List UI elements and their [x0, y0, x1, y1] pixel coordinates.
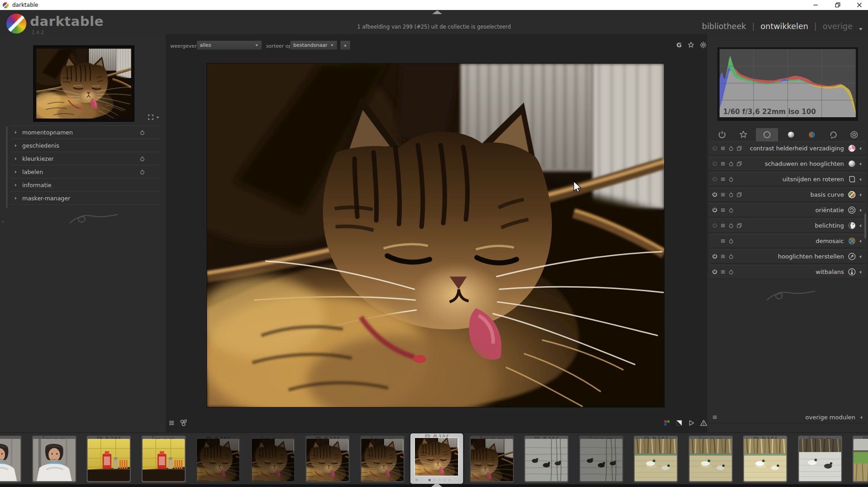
- module-reset-icon[interactable]: [728, 161, 734, 167]
- reset-icon[interactable]: [139, 156, 145, 162]
- module-group-button[interactable]: [846, 129, 863, 141]
- overexposed-warning-icon[interactable]: [700, 419, 707, 427]
- module-group-button[interactable]: [756, 128, 778, 141]
- module-expand-icon[interactable]: [858, 193, 863, 197]
- expander-icon[interactable]: [14, 196, 18, 200]
- minimize-button[interactable]: [809, 0, 823, 10]
- module-reset-icon[interactable]: [728, 269, 734, 275]
- module-power-icon[interactable]: [712, 269, 718, 275]
- left-panel-section[interactable]: informatie: [10, 178, 160, 191]
- module-label[interactable]: belichting: [745, 222, 846, 229]
- module-label[interactable]: oriëntatie: [736, 207, 846, 214]
- left-panel-section[interactable]: kleurkiezer: [10, 152, 160, 165]
- module-row[interactable]: witbalans: [709, 265, 866, 279]
- module-row[interactable]: oriëntatie: [709, 203, 866, 217]
- module-label[interactable]: witbalans: [736, 268, 846, 275]
- filmstrip-thumbnail[interactable]: jpeg: [360, 436, 404, 482]
- module-label[interactable]: hooglichten herstellen: [736, 253, 846, 260]
- module-power-icon[interactable]: [712, 207, 718, 213]
- view-tab[interactable]: ontwikkelen: [760, 22, 808, 31]
- left-panel-section[interactable]: momentopnamen: [10, 125, 160, 139]
- filmstrip-thumbnail[interactable]: RAW: [87, 436, 131, 482]
- module-reset-icon[interactable]: [728, 176, 734, 182]
- filmstrip-thumbnail[interactable]: jpeg: [32, 436, 76, 482]
- filmstrip-thumbnail[interactable]: jpeg: [579, 436, 623, 482]
- module-row[interactable]: hooglichten herstellen: [709, 249, 866, 263]
- styles-icon[interactable]: [179, 418, 188, 427]
- module-presets-icon[interactable]: [720, 161, 726, 167]
- view-tab[interactable]: |: [814, 22, 817, 31]
- filmstrip-thumbnail[interactable]: jpeg: [470, 436, 514, 482]
- more-modules-label[interactable]: overige modulen: [805, 414, 855, 421]
- main-image[interactable]: [207, 63, 665, 407]
- module-label[interactable]: contrast helderheid verzadiging: [745, 145, 846, 152]
- module-instances-icon[interactable]: [736, 161, 742, 167]
- star-rating[interactable]: ★☆☆☆☆: [421, 477, 459, 482]
- module-presets-icon[interactable]: [720, 223, 726, 229]
- module-reset-icon[interactable]: [728, 253, 734, 259]
- module-instances-icon[interactable]: [736, 192, 742, 198]
- reset-icon[interactable]: [139, 169, 145, 175]
- module-reset-icon[interactable]: [728, 207, 734, 213]
- filmstrip-thumbnail[interactable]: RAW: [524, 436, 568, 482]
- module-expand-icon[interactable]: [858, 162, 863, 166]
- overlays-star-icon[interactable]: [687, 41, 695, 49]
- left-panel-scrollbar[interactable]: [6, 126, 8, 208]
- filmstrip-thumbnail[interactable]: RAW: [743, 436, 787, 482]
- module-label[interactable]: schaduwen en hooglichten: [745, 160, 846, 167]
- module-expand-icon[interactable]: [858, 270, 863, 274]
- more-modules-expand-icon[interactable]: [859, 415, 863, 420]
- expander-icon[interactable]: [14, 183, 18, 187]
- expander-icon[interactable]: [14, 144, 18, 148]
- module-label[interactable]: uitsnijden en roteren: [736, 176, 846, 183]
- filmstrip-thumbnail[interactable]: [0, 436, 21, 482]
- softproofing-icon[interactable]: [688, 419, 695, 427]
- module-row[interactable]: schaduwen en hooglichten: [709, 157, 866, 171]
- module-expand-icon[interactable]: [858, 177, 863, 182]
- module-expand-icon[interactable]: [858, 239, 863, 244]
- titlebar[interactable]: darktable: [0, 0, 868, 10]
- preferences-gear-icon[interactable]: [700, 41, 707, 49]
- presets-menu-icon[interactable]: [168, 419, 175, 427]
- module-instances-icon[interactable]: [736, 223, 742, 229]
- module-presets-icon[interactable]: [720, 176, 726, 182]
- module-power-icon[interactable]: [712, 192, 718, 198]
- module-power-icon[interactable]: [712, 145, 718, 151]
- filmstrip-thumbnail[interactable]: RAW × ★☆☆☆☆: [410, 433, 463, 484]
- filmstrip-thumbnail[interactable]: RAW: [853, 436, 868, 482]
- module-power-icon[interactable]: [712, 161, 718, 167]
- module-group-button[interactable]: [825, 129, 842, 141]
- module-presets-icon[interactable]: [720, 238, 726, 244]
- module-group-button[interactable]: [735, 129, 752, 141]
- left-panel-section[interactable]: masker-manager: [10, 191, 160, 204]
- sort-direction-button[interactable]: [340, 40, 350, 50]
- expander-icon[interactable]: [14, 130, 18, 134]
- softproof-gamut-colors-icon[interactable]: [663, 419, 671, 427]
- module-group-button[interactable]: [714, 129, 730, 141]
- navigation-thumbnail[interactable]: [33, 45, 134, 122]
- more-modules-presets-icon[interactable]: [712, 414, 718, 420]
- filmstrip-thumbnail[interactable]: RAW: [634, 436, 678, 482]
- zoom-fit-icon[interactable]: [148, 114, 154, 120]
- module-power-icon[interactable]: [712, 176, 718, 182]
- module-expand-icon[interactable]: [858, 224, 863, 228]
- restore-button[interactable]: [831, 0, 844, 10]
- module-reset-icon[interactable]: [728, 223, 734, 229]
- filmstrip-thumbnail[interactable]: jpeg: [142, 436, 186, 482]
- module-row[interactable]: contrast helderheid verzadiging: [709, 141, 866, 155]
- module-presets-icon[interactable]: [720, 253, 726, 259]
- close-button[interactable]: [853, 0, 866, 10]
- view-dropdown-icon[interactable]: [858, 26, 863, 32]
- expander-icon[interactable]: [14, 170, 18, 174]
- expander-icon[interactable]: [14, 157, 18, 161]
- module-instances-icon[interactable]: [736, 145, 742, 151]
- view-tab[interactable]: bibliotheek: [702, 22, 746, 31]
- module-expand-icon[interactable]: [858, 254, 863, 259]
- filmstrip-thumbnail[interactable]: jpeg: [798, 436, 842, 482]
- module-row[interactable]: uitsnijden en roteren: [709, 172, 866, 186]
- left-panel-section[interactable]: labelen: [10, 165, 160, 178]
- module-presets-icon[interactable]: [720, 145, 726, 151]
- module-power-icon[interactable]: [712, 253, 718, 259]
- sort-dropdown[interactable]: bestandsnaam: [290, 40, 337, 50]
- reset-icon[interactable]: [139, 129, 145, 135]
